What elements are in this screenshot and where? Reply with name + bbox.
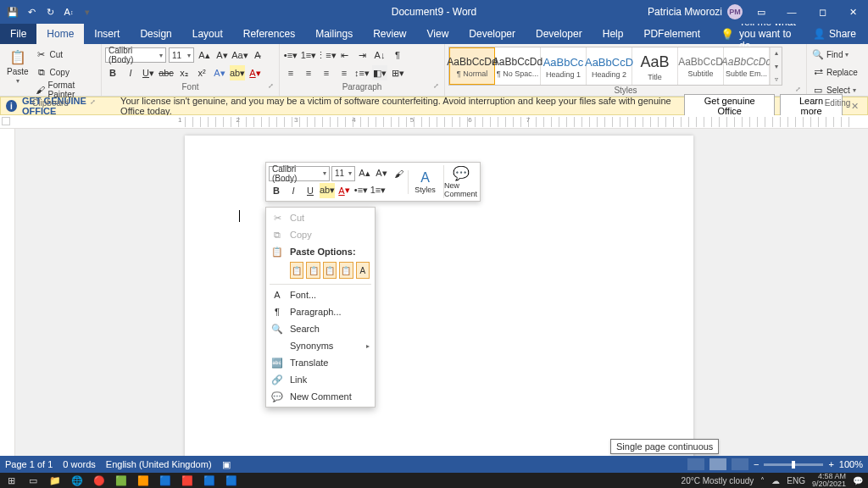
print-layout-icon[interactable] [709,458,726,470]
menu-search[interactable]: 🔍Search [266,320,375,337]
redo-icon[interactable]: ↻ [44,6,56,18]
mini-numbering-icon[interactable]: 1≡▾ [370,183,386,198]
close-icon[interactable]: ✕ [837,0,868,24]
style-heading1[interactable]: AaBbCcHeading 1 [541,47,587,85]
clear-formatting-icon[interactable]: A̶ [250,47,265,63]
touch-mode-icon[interactable]: A↕ [63,6,75,18]
minimize-icon[interactable]: ― [776,0,807,24]
menu-font[interactable]: AFont... [266,286,375,303]
mini-bold-icon[interactable]: B [269,183,284,198]
superscript-icon[interactable]: x² [194,65,209,80]
menu-cut[interactable]: ✂Cut [266,209,375,226]
style-heading2[interactable]: AaBbCcDHeading 2 [587,47,632,85]
find-button[interactable]: 🔍Find▾ [810,46,860,63]
tab-developer-2[interactable]: Developer [526,24,593,44]
tab-design[interactable]: Design [130,24,181,44]
style-subtitle[interactable]: AaBbCcDSubtitle [678,47,724,85]
shading-icon[interactable]: ◧▾ [372,65,387,80]
dialog-launcher-icon[interactable]: ⤢ [795,86,801,93]
styles-scroll[interactable]: ▴▾▿ [770,47,782,85]
font-color-icon[interactable]: A▾ [248,65,263,80]
change-case-icon[interactable]: Aa▾ [232,47,248,63]
paste-default-icon[interactable]: A [356,262,370,279]
bullets-icon[interactable]: •≡▾ [283,47,298,63]
language-indicator[interactable]: English (United Kingdom) [106,459,212,469]
undo-icon[interactable]: ↶ [25,6,37,18]
mini-grow-font-icon[interactable]: A▴ [357,166,372,181]
tab-mailings[interactable]: Mailings [305,24,363,44]
tab-insert[interactable]: Insert [84,24,130,44]
menu-link[interactable]: 🔗Link [266,371,375,388]
bold-icon[interactable]: B [105,65,120,80]
tab-references[interactable]: References [233,24,305,44]
decrease-indent-icon[interactable]: ⇤ [337,47,352,63]
pdfelement-icon[interactable]: 🟦 [220,473,242,488]
mini-highlight-icon[interactable]: ab▾ [320,183,335,198]
replace-button[interactable]: ⮂Replace [810,64,860,80]
word-icon[interactable]: 🟦 [198,473,220,488]
tab-home[interactable]: Home [36,24,84,44]
mini-format-painter-icon[interactable]: 🖌 [391,166,406,181]
paste-merge-icon[interactable]: 📋 [306,262,320,279]
subscript-icon[interactable]: x₂ [176,65,192,80]
weather-widget[interactable]: 20°C Mostly cloudy [682,476,754,485]
language-indicator[interactable]: ENG [787,476,805,485]
underline-icon[interactable]: U▾ [141,65,156,80]
paste-text-only-icon[interactable]: 📋 [339,262,353,279]
mini-italic-icon[interactable]: I [286,183,301,198]
style-title[interactable]: AaBTitle [632,47,678,85]
tab-review[interactable]: Review [363,24,416,44]
mini-size-select[interactable]: 11▾ [331,166,355,181]
menu-paragraph[interactable]: ¶Paragraph... [266,303,375,320]
zoom-slider[interactable] [764,463,823,466]
shrink-font-icon[interactable]: A▾ [214,47,230,63]
get-genuine-button[interactable]: Get genuine Office [684,94,775,118]
tab-pdfelement[interactable]: PDFelement [633,24,710,44]
text-effects-icon[interactable]: A▾ [212,65,227,80]
cut-button[interactable]: ✂Cut [34,46,97,63]
multilevel-icon[interactable]: ⋮≡▾ [319,47,334,63]
mini-font-color-icon[interactable]: A▾ [337,183,352,198]
style-subtle-emphasis[interactable]: AaBbCcDdSubtle Em... [724,47,770,85]
dialog-launcher-icon[interactable]: ⤢ [433,82,439,90]
mini-font-select[interactable]: Calibri (Body)▾ [269,166,330,181]
app2-icon[interactable]: 🟦 [154,473,176,488]
app-icon[interactable]: 🟧 [132,473,154,488]
read-mode-icon[interactable] [687,458,704,470]
increase-indent-icon[interactable]: ⇥ [354,47,370,63]
paste-picture-icon[interactable]: 📋 [323,262,337,279]
edge-icon[interactable]: 🌐 [66,473,88,488]
justify-icon[interactable]: ≡ [337,65,352,80]
explorer-icon[interactable]: 📁 [44,473,66,488]
excel-icon[interactable]: 🟩 [110,473,132,488]
dialog-launcher-icon[interactable]: ⤢ [268,82,274,90]
start-icon[interactable]: ⊞ [0,473,22,488]
share-button[interactable]: 👤 Share [801,24,868,44]
chrome-icon[interactable]: 🔴 [88,473,110,488]
horizontal-ruler[interactable]: 1 2 3 4 5 6 7 [0,115,868,129]
mini-shrink-font-icon[interactable]: A▾ [374,166,389,181]
menu-translate[interactable]: 🔤Translate [266,354,375,371]
page-indicator[interactable]: Page 1 of 1 [5,459,53,469]
menu-copy[interactable]: ⧉Copy [266,226,375,243]
zoom-out-icon[interactable]: − [754,459,759,469]
tab-developer[interactable]: Developer [459,24,526,44]
vertical-ruler[interactable] [0,129,15,456]
menu-new-comment[interactable]: 💬New Comment [266,388,375,405]
word-count[interactable]: 0 words [63,459,96,469]
mini-new-comment-button[interactable]: 💬New Comment [443,165,477,198]
strikethrough-icon[interactable]: abc [159,65,174,80]
font-name-select[interactable]: Calibri (Body)▾ [105,47,166,63]
numbering-icon[interactable]: 1≡▾ [301,47,316,63]
save-icon[interactable]: 💾 [7,6,19,18]
maximize-icon[interactable]: ◻ [807,0,837,24]
align-right-icon[interactable]: ≡ [319,65,334,80]
ribbon-display-icon[interactable]: ▭ [746,0,776,24]
zoom-in-icon[interactable]: + [828,459,833,469]
italic-icon[interactable]: I [123,65,138,80]
tab-layout[interactable]: Layout [182,24,233,44]
align-left-icon[interactable]: ≡ [283,65,298,80]
line-spacing-icon[interactable]: ↕≡▾ [354,65,370,80]
mini-styles-button[interactable]: AStyles [408,170,442,194]
onedrive-icon[interactable]: ☁ [771,476,780,485]
